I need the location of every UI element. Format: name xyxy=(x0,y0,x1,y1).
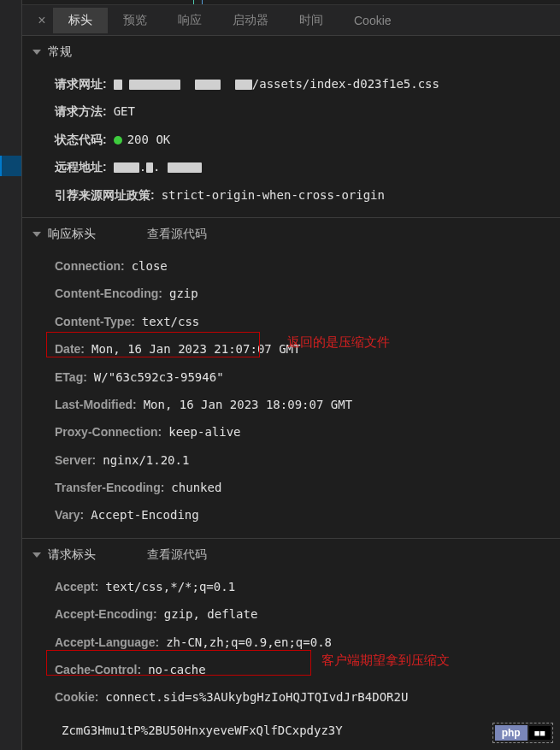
file-list-gutter xyxy=(0,0,22,750)
header-value: keep-alive xyxy=(168,422,240,441)
header-key: Content-Encoding: xyxy=(55,284,162,303)
value: /assets/index-d023f1e5.css xyxy=(114,74,439,93)
tab-headers[interactable]: 标头 xyxy=(53,8,108,33)
headers-content: 常规 请求网址: /assets/index-d023f1e5.css 请求方法… xyxy=(22,36,560,750)
header-value: connect.sid=s%3AUkybgHzIoHQJTQIvdJrB4DOR… xyxy=(105,688,408,706)
status-dot-icon xyxy=(114,136,122,145)
label: 远程地址: xyxy=(55,157,107,176)
general-url: 请求网址: /assets/index-d023f1e5.css xyxy=(55,70,560,97)
header-row: Cookie:connect.sid=s%3AUkybgHzIoHQJTQIvd… xyxy=(55,683,560,711)
header-key: ETag: xyxy=(55,368,87,387)
header-value: gzip xyxy=(169,284,198,303)
header-value: chunked xyxy=(171,478,221,497)
header-row: ETag:W/"63c592c3-95946" xyxy=(55,363,560,391)
chevron-down-icon xyxy=(32,232,41,237)
header-value: no-cache xyxy=(148,660,205,679)
header-value: Mon, 16 Jan 2023 21:07:07 GMT xyxy=(91,340,300,358)
header-row: Cache-Control:no-cache xyxy=(55,656,560,683)
header-row: Last-Modified:Mon, 16 Jan 2023 18:09:07 … xyxy=(55,391,560,418)
header-value: gzip, deflate xyxy=(164,605,258,623)
header-row: Content-Type:text/css xyxy=(55,308,560,335)
header-key: Cache-Control: xyxy=(55,660,141,679)
watermark-right: ■■ xyxy=(529,726,551,740)
header-row: Accept-Encoding:gzip, deflate xyxy=(55,600,560,628)
header-key: Server: xyxy=(55,451,96,469)
header-row: Content-Encoding:gzip xyxy=(55,280,560,307)
view-source-link[interactable]: 查看源代码 xyxy=(147,547,207,563)
timeline-strip xyxy=(22,0,560,5)
header-value: nginx/1.20.1 xyxy=(103,451,189,469)
section-general-title: 常规 xyxy=(48,44,72,60)
tab-initiator[interactable]: 启动器 xyxy=(217,8,284,33)
value: 200 OK xyxy=(114,130,171,149)
label: 请求网址: xyxy=(55,74,107,93)
general-status: 状态代码: 200 OK xyxy=(55,126,560,153)
header-value: Mon, 16 Jan 2023 18:09:07 GMT xyxy=(144,395,352,414)
header-key: Date: xyxy=(55,340,85,358)
header-value: text/css,*/*;q=0.1 xyxy=(105,577,235,596)
header-row: Proxy-Connection:keep-alive xyxy=(55,418,560,446)
chevron-down-icon xyxy=(32,552,41,558)
header-value: text/css xyxy=(142,312,199,331)
header-key: Proxy-Connection: xyxy=(55,422,162,441)
response-headers-list: Connection:closeContent-Encoding:gzipCon… xyxy=(22,249,560,538)
header-key: Accept: xyxy=(55,577,98,596)
header-row: Transfer-Encoding:chunked xyxy=(55,474,560,501)
section-general-header[interactable]: 常规 xyxy=(22,36,560,67)
view-source-link[interactable]: 查看源代码 xyxy=(147,227,207,242)
header-key: Vary: xyxy=(55,505,84,524)
header-key: Cookie: xyxy=(55,688,98,706)
tab-preview[interactable]: 预览 xyxy=(108,8,162,33)
chevron-down-icon xyxy=(32,50,41,55)
label: 状态代码: xyxy=(55,130,107,149)
request-headers-list: Accept:text/css,*/*;q=0.1Accept-Encoding… xyxy=(22,570,560,720)
general-referrer: 引荐来源网址政策: strict-origin-when-cross-origi… xyxy=(55,181,560,209)
header-row: Server:nginx/1.20.1 xyxy=(55,446,560,474)
watermark: php ■■ xyxy=(492,723,553,743)
network-detail-panel: × 标头 预览 响应 启动器 时间 Cookie 常规 请求网址: /asset… xyxy=(22,0,560,750)
general-list: 请求网址: /assets/index-d023f1e5.css 请求方法: G… xyxy=(22,67,560,217)
section-request-header[interactable]: 请求标头 查看源代码 xyxy=(22,539,560,570)
value: strict-origin-when-cross-origin xyxy=(162,186,385,204)
close-icon[interactable]: × xyxy=(31,13,53,28)
header-row: Accept:text/css,*/*;q=0.1 xyxy=(55,573,560,600)
tab-response[interactable]: 响应 xyxy=(162,8,217,33)
header-key: Accept-Encoding: xyxy=(55,605,157,623)
header-row: Connection:close xyxy=(55,252,560,280)
general-method: 请求方法: GET xyxy=(55,97,560,125)
header-key: Content-Type: xyxy=(55,312,135,331)
tab-cookies[interactable]: Cookie xyxy=(339,9,407,32)
section-response-header[interactable]: 响应标头 查看源代码 xyxy=(22,218,560,249)
label: 引荐来源网址政策: xyxy=(55,186,155,204)
header-value: Accept-Encoding xyxy=(91,505,198,524)
tab-bar: × 标头 预览 响应 启动器 时间 Cookie xyxy=(22,5,560,36)
watermark-left: php xyxy=(495,725,528,741)
label: 请求方法: xyxy=(55,102,107,121)
annotation-text-response: 返回的是压缩文件 xyxy=(287,334,390,351)
tab-timing[interactable]: 时间 xyxy=(284,8,339,33)
header-key: Last-Modified: xyxy=(55,395,137,414)
header-value: W/"63c592c3-95946" xyxy=(94,368,224,387)
header-row: Vary:Accept-Encoding xyxy=(55,501,560,529)
section-request-title: 请求标头 xyxy=(48,547,96,563)
header-row: Accept-Language:zh-CN,zh;q=0.9,en;q=0.8 xyxy=(55,629,560,656)
header-value: close xyxy=(132,257,168,275)
header-key: Transfer-Encoding: xyxy=(55,478,164,497)
general-remote: 远程地址: .. xyxy=(55,153,560,180)
section-response-title: 响应标头 xyxy=(48,227,96,242)
header-key: Accept-Language: xyxy=(55,633,159,652)
cookie-continuation: ZcmG3Hmu1tP%2BU50HnxyeveWFxQlfDCxpdyz3Y xyxy=(22,720,560,741)
value: .. xyxy=(114,157,202,176)
header-key: Connection: xyxy=(55,257,125,275)
header-value: zh-CN,zh;q=0.9,en;q=0.8 xyxy=(166,633,332,652)
annotation-text-request: 客户端期望拿到压缩文 xyxy=(321,653,450,669)
value: GET xyxy=(114,102,135,121)
